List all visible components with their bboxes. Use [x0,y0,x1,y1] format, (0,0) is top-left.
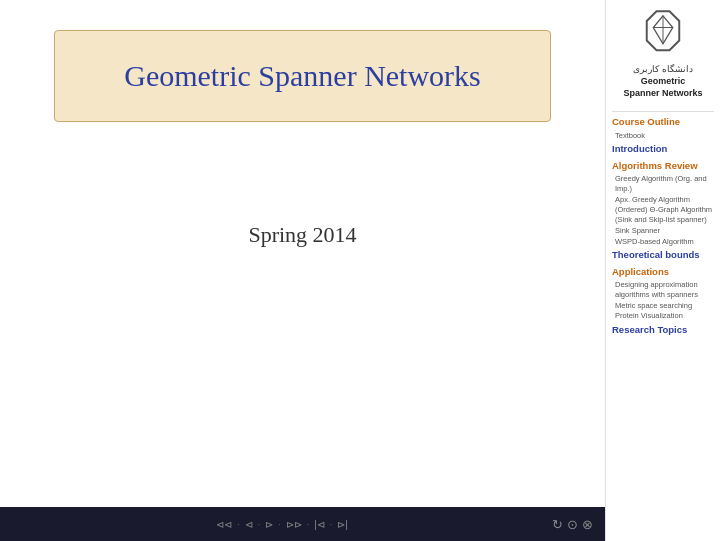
nav-prev-icon[interactable]: ⊲ [245,519,253,530]
sidebar-section-applications: Applications Designing approximation alg… [612,266,714,322]
sidebar-section-course-outline: Course Outline Textbook [612,116,714,141]
sidebar-logo [637,8,689,60]
nav-start-icon[interactable]: |⊲ [314,519,325,530]
sidebar-item-designing-approx[interactable]: Designing approximation algorithms with … [612,280,714,300]
sidebar-item-wspd-alg[interactable]: WSPD-based Algorithm [612,237,714,247]
sidebar-item-apx-greedy[interactable]: Apx. Greedy Algorithm [612,195,714,205]
nav-next-icon[interactable]: ⊳ [265,519,273,530]
nav-icons: ⊲⊲ · ⊲ · ⊳ · ⊳⊳ · |⊲ · ⊳| [12,519,552,530]
sidebar-section-algorithms-review: Algorithms Review Greedy Algorithm (Org.… [612,160,714,248]
title-box: Geometric Spanner Networks [54,30,551,122]
sidebar-heading-course-outline[interactable]: Course Outline [612,116,714,128]
sidebar-item-sink-spanner[interactable]: Sink Spanner [612,226,714,236]
slide-subtitle: Spring 2014 [248,222,356,248]
sidebar-item-metric-search[interactable]: Metric space searching [612,301,714,311]
fullscreen-icon[interactable]: ⊙ [567,517,578,532]
sidebar-item-greedy-alg[interactable]: Greedy Algorithm (Org. and Imp.) [612,174,714,194]
bottom-bar: ⊲⊲ · ⊲ · ⊳ · ⊳⊳ · |⊲ · ⊳| ↻ ⊙ ⊗ [0,507,605,541]
sidebar-heading-applications[interactable]: Applications [612,266,714,278]
settings-icon[interactable]: ⊗ [582,517,593,532]
nav-first-icon[interactable]: ⊲⊲ [216,519,232,530]
sidebar: دانشگاه کاربری Geometric Spanner Network… [605,0,720,541]
sidebar-univ-text: دانشگاه کاربری [633,64,693,74]
sidebar-section-research-topics: Research Topics [612,324,714,338]
nav-end-icon[interactable]: ⊳| [337,519,348,530]
slide-title: Geometric Spanner Networks [85,59,520,93]
sidebar-section-introduction: Introduction [612,143,714,157]
sidebar-brand-title: Geometric Spanner Networks [623,76,702,99]
nav-last-icon[interactable]: ⊳⊳ [286,519,302,530]
bottom-right-controls: ↻ ⊙ ⊗ [552,517,593,532]
sidebar-section-theoretical-bounds: Theoretical bounds [612,249,714,263]
sidebar-item-ordered-theta[interactable]: (Ordered) Θ-Graph Algorithm (Sink and Sk… [612,205,714,225]
sidebar-item-protein-viz[interactable]: Protein Visualization [612,311,714,321]
sidebar-heading-theoretical-bounds[interactable]: Theoretical bounds [612,249,714,261]
sidebar-heading-research-topics[interactable]: Research Topics [612,324,714,336]
sidebar-heading-algorithms-review[interactable]: Algorithms Review [612,160,714,172]
slide-outer: Geometric Spanner Networks Spring 2014 ⊲… [0,0,605,541]
sidebar-divider-1 [612,111,714,112]
sidebar-item-textbook[interactable]: Textbook [612,131,714,141]
slide-main: Geometric Spanner Networks Spring 2014 [0,0,605,507]
sidebar-heading-introduction[interactable]: Introduction [612,143,714,155]
zoom-icon[interactable]: ↻ [552,517,563,532]
